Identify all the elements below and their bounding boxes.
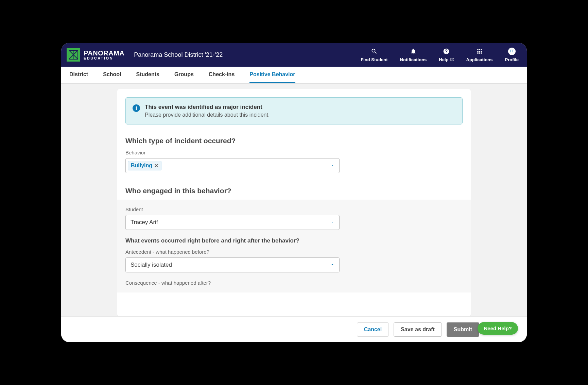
save-draft-button[interactable]: Save as draft [394, 322, 442, 337]
app-window: PANORAMA EDUCATION Panorama School Distr… [61, 43, 527, 342]
chevron-down-icon [330, 262, 334, 268]
chevron-down-icon [330, 219, 334, 226]
tab-students[interactable]: Students [136, 67, 159, 83]
chevron-down-icon [330, 163, 334, 169]
chip-remove-icon[interactable]: ✕ [154, 163, 158, 168]
cancel-button[interactable]: Cancel [357, 322, 389, 337]
behavior-multiselect[interactable]: Bullying ✕ [125, 158, 340, 173]
submit-button[interactable]: Submit [447, 322, 479, 337]
logo-mark-icon [67, 48, 80, 62]
incident-type-heading: Which type of incident occured? [125, 137, 463, 145]
subnav: District School Students Groups Check-in… [61, 67, 527, 84]
content-scroll[interactable]: i This event was identified as major inc… [61, 84, 527, 316]
find-student-label: Find Student [361, 57, 387, 62]
info-icon: i [133, 104, 140, 112]
external-link-icon [450, 57, 454, 62]
brand-line1: PANORAMA [84, 50, 124, 56]
bell-icon [410, 48, 417, 55]
brand-text: PANORAMA EDUCATION [84, 50, 124, 60]
search-icon [371, 48, 378, 55]
who-subsection: Student Tracey Arif What events occurred… [117, 200, 471, 292]
apps-grid-icon [476, 48, 483, 55]
banner-subtitle: Please provide additional details about … [145, 112, 270, 118]
brand-logo[interactable]: PANORAMA EDUCATION [67, 48, 124, 62]
tab-positive-behavior[interactable]: Positive Behavior [249, 67, 295, 83]
notifications-button[interactable]: Notifications [400, 48, 427, 62]
behavior-chip: Bullying ✕ [128, 161, 161, 170]
help-label: Help [439, 57, 448, 62]
applications-button[interactable]: Applications [466, 48, 493, 62]
behavior-chip-label: Bullying [131, 163, 152, 169]
find-student-button[interactable]: Find Student [361, 48, 387, 62]
tab-district[interactable]: District [69, 67, 88, 83]
student-select[interactable]: Tracey Arif [125, 215, 340, 230]
student-label: Student [125, 206, 463, 212]
footer-bar: Cancel Save as draft Submit [61, 316, 527, 342]
district-name: Panorama School District '21-'22 [134, 51, 223, 58]
info-banner: i This event was identified as major inc… [125, 97, 463, 124]
events-question: What events occurred right before and ri… [125, 237, 463, 244]
help-icon [443, 48, 450, 55]
behavior-label: Behavior [125, 150, 463, 155]
topbar-actions: Find Student Notifications Help [361, 48, 519, 62]
banner-title: This event was identified as major incid… [145, 104, 270, 111]
profile-button[interactable]: TT Profile [505, 48, 519, 62]
antecedent-select[interactable]: Socially isolated [125, 257, 340, 272]
who-heading: Who engaged in this behavior? [125, 187, 463, 195]
tab-school[interactable]: School [103, 67, 121, 83]
notifications-label: Notifications [400, 57, 427, 62]
student-value: Tracey Arif [131, 219, 158, 226]
incident-form-card: i This event was identified as major inc… [117, 89, 471, 316]
consequence-label: Consequence - what happened after? [125, 280, 463, 286]
tab-check-ins[interactable]: Check-ins [209, 67, 235, 83]
antecedent-label: Antecedent - what happened before? [125, 249, 463, 255]
brand-line2: EDUCATION [84, 56, 124, 60]
antecedent-value: Socially isolated [131, 262, 172, 268]
avatar: TT [508, 48, 516, 55]
topbar: PANORAMA EDUCATION Panorama School Distr… [61, 43, 527, 67]
applications-label: Applications [466, 57, 493, 62]
need-help-fab[interactable]: Need Help? [478, 322, 518, 335]
profile-label: Profile [505, 57, 519, 62]
help-button[interactable]: Help [439, 48, 454, 62]
tab-groups[interactable]: Groups [174, 67, 194, 83]
